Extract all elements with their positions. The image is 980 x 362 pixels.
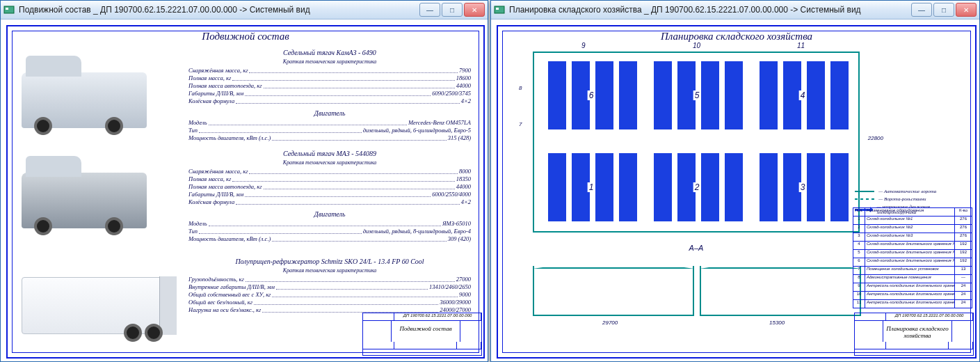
trailer-image — [22, 256, 175, 343]
sheet-title-2: Планировка складского хозяйства — [498, 31, 975, 42]
app-icon — [494, 4, 505, 15]
document-area-2[interactable]: Планировка складского хозяйства 9 10 11 … — [491, 19, 979, 361]
specs-block-3: Полуприцеп-рефрижератор Schmitz SKO 24/L… — [188, 256, 471, 314]
maximize-button[interactable]: □ — [442, 3, 463, 17]
window-buttons-2: — □ ✕ — [911, 3, 977, 17]
window-rolling-stock: Подвижной состав _ ДП 190700.62.15.2221.… — [0, 0, 488, 362]
window-warehouse-plan: Планировка складского хозяйства _ ДП 190… — [490, 0, 980, 362]
titlebar-1[interactable]: Подвижной состав _ ДП 190700.62.15.2221.… — [1, 1, 488, 19]
specs-block-1: Седельный тягач КамАЗ - 6490Краткая техн… — [188, 47, 471, 142]
truck-image-2 — [22, 152, 175, 239]
section-view: А–А 29700 15300 — [533, 253, 860, 316]
floor-plan: 9 10 11 6 5 4 1 2 3 8 7 22800 — [533, 52, 860, 233]
bay-label: 9 — [581, 42, 586, 49]
legend-item: — Автоматические ворота — [855, 189, 963, 194]
window-title-2: Планировка складского хозяйства _ ДП 190… — [509, 5, 911, 15]
title-block-1: ДП 190700.62.15.2221.07.00.00.000 Подвиж… — [362, 313, 482, 356]
close-button[interactable]: ✕ — [464, 3, 485, 17]
minimize-button[interactable]: — — [419, 3, 440, 17]
equipment-table: Поз.Наименование оборудованияК-во1Склад-… — [853, 207, 972, 308]
window-title-1: Подвижной состав _ ДП 190700.62.15.2221.… — [19, 5, 419, 15]
titlebar-2[interactable]: Планировка складского хозяйства _ ДП 190… — [491, 1, 979, 19]
window-buttons-1: — □ ✕ — [419, 3, 485, 17]
specs-block-2: Седельный тягач МАЗ - 544089Краткая техн… — [188, 148, 471, 243]
bay-label: 11 — [797, 42, 805, 49]
bay-label: 10 — [693, 42, 700, 49]
truck-image-1 — [22, 52, 175, 139]
title-block-2: ДП 190700.62.15.2221.07.00.00.000 Планир… — [854, 313, 974, 356]
close-button[interactable]: ✕ — [956, 3, 977, 17]
maximize-button[interactable]: □ — [933, 3, 954, 17]
sheet-title-1: Подвижной состав — [8, 31, 483, 42]
drawing-sheet-2: Планировка складского хозяйства 9 10 11 … — [497, 25, 977, 359]
legend-item: — Ворота-рольставни — [855, 196, 963, 202]
svg-rect-3 — [496, 8, 499, 10]
document-area-1[interactable]: Подвижной состав Седельный тягач КамАЗ -… — [1, 19, 488, 361]
svg-rect-1 — [6, 8, 8, 10]
app-icon — [3, 4, 15, 15]
drawing-sheet-1: Подвижной состав Седельный тягач КамАЗ -… — [6, 25, 485, 359]
minimize-button[interactable]: — — [911, 3, 932, 17]
